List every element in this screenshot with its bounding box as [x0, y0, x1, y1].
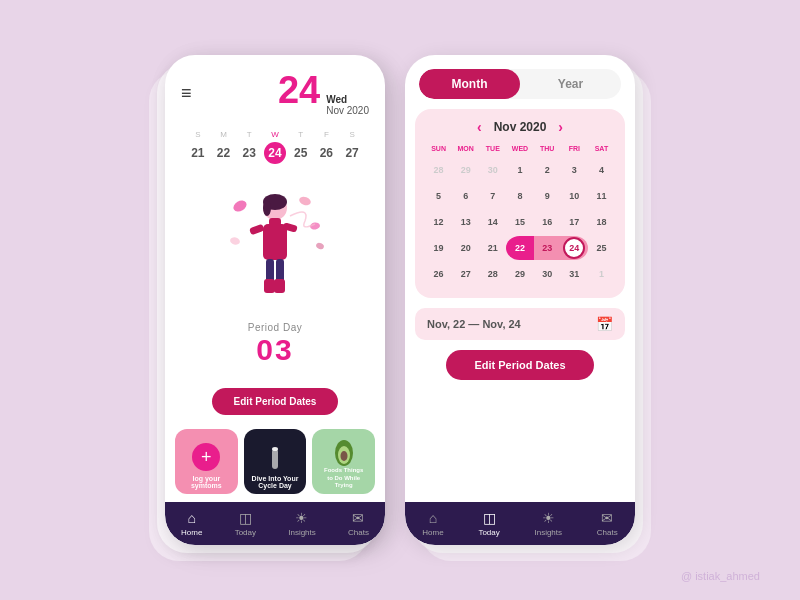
next-month-arrow[interactable]: › — [558, 119, 563, 135]
cal-cell[interactable]: 16 — [534, 210, 561, 234]
cal-cell[interactable]: 1 — [588, 262, 615, 286]
nav-today-left[interactable]: ◫ Today — [235, 510, 256, 537]
cal-cell[interactable]: 13 — [452, 210, 479, 234]
week-day-sun[interactable]: S 21 — [187, 130, 209, 164]
svg-point-1 — [298, 195, 312, 207]
cal-cell[interactable]: 5 — [425, 184, 452, 208]
cal-cell[interactable]: 11 — [588, 184, 615, 208]
svg-point-0 — [231, 198, 248, 214]
calendar-month-label: Nov 2020 — [494, 120, 547, 134]
cal-cell-range-end[interactable]: 24 — [561, 236, 588, 260]
hamburger-icon[interactable]: ≡ — [181, 83, 192, 104]
year-toggle-button[interactable]: Year — [520, 69, 621, 99]
period-day-label: Period Day — [248, 322, 302, 333]
chats-icon: ✉ — [352, 510, 364, 526]
cal-cell[interactable]: 9 — [534, 184, 561, 208]
today-icon: ◫ — [239, 510, 252, 526]
cal-cell[interactable]: 30 — [479, 158, 506, 182]
nav-home-left[interactable]: ⌂ Home — [181, 510, 202, 537]
date-range-bar: Nov, 22 — Nov, 24 📅 — [415, 308, 625, 340]
foods-card[interactable]: Foods Thingsto Do WhileTrying — [312, 429, 375, 494]
date-display: 24 Wed Nov 2020 — [278, 71, 369, 116]
col-fri: FRI — [561, 143, 588, 154]
nav-insights-label: Insights — [288, 528, 316, 537]
cal-cell[interactable]: 10 — [561, 184, 588, 208]
nav-chats-label-right: Chats — [597, 528, 618, 537]
svg-rect-15 — [274, 279, 285, 293]
cal-cell[interactable]: 14 — [479, 210, 506, 234]
right-phone: Month Year ‹ Nov 2020 › SUN MON TUE WED … — [405, 55, 635, 545]
illustration-area: Period Day 03 — [165, 170, 385, 382]
nav-insights-left[interactable]: ☀ Insights — [288, 510, 316, 537]
cal-cell[interactable]: 1 — [506, 158, 533, 182]
date-range-label: Nov, 22 — Nov, 24 — [427, 318, 521, 330]
log-symptoms-card[interactable]: + log yoursymtoms — [175, 429, 238, 494]
cycle-icon — [265, 445, 285, 475]
cal-cell[interactable]: 28 — [479, 262, 506, 286]
left-phone: ≡ 24 Wed Nov 2020 S 21 M 22 — [165, 55, 385, 545]
cal-cell[interactable]: 17 — [561, 210, 588, 234]
week-day-fri[interactable]: F 26 — [315, 130, 337, 164]
edit-period-dates-button-left[interactable]: Edit Period Dates — [212, 388, 339, 415]
col-wed: WED — [506, 143, 533, 154]
cal-cell[interactable]: 27 — [452, 262, 479, 286]
period-day-number: 03 — [248, 333, 302, 367]
prev-month-arrow[interactable]: ‹ — [477, 119, 482, 135]
col-sat: SAT — [588, 143, 615, 154]
week-day-thu[interactable]: T 25 — [290, 130, 312, 164]
day-number: 24 — [278, 71, 320, 109]
cal-cell[interactable]: 20 — [452, 236, 479, 260]
cal-cell[interactable]: 31 — [561, 262, 588, 286]
week-day-mon[interactable]: M 22 — [213, 130, 235, 164]
cal-cell[interactable]: 29 — [452, 158, 479, 182]
cycle-day-card[interactable]: Dive Into YourCycle Day — [244, 429, 307, 494]
cal-cell[interactable]: 12 — [425, 210, 452, 234]
cal-cell-highlighted[interactable]: 23 — [534, 236, 561, 260]
cal-cell[interactable]: 19 — [425, 236, 452, 260]
cal-cell[interactable]: 29 — [506, 262, 533, 286]
phone-header: ≡ 24 Wed Nov 2020 — [165, 55, 385, 124]
nav-chats-right[interactable]: ✉ Chats — [597, 510, 618, 537]
today-icon-right: ◫ — [483, 510, 496, 526]
nav-home-label: Home — [181, 528, 202, 537]
svg-point-17 — [272, 447, 278, 451]
cal-cell[interactable]: 26 — [425, 262, 452, 286]
home-icon: ⌂ — [188, 510, 196, 526]
nav-home-label-right: Home — [422, 528, 443, 537]
nav-chats-left[interactable]: ✉ Chats — [348, 510, 369, 537]
log-symptoms-label: log yoursymtoms — [191, 475, 222, 489]
nav-today-right[interactable]: ◫ Today — [478, 510, 499, 537]
week-day-tue[interactable]: T 23 — [238, 130, 260, 164]
cal-cell[interactable]: 30 — [534, 262, 561, 286]
calendar-icon[interactable]: 📅 — [596, 316, 613, 332]
nav-home-right[interactable]: ⌂ Home — [422, 510, 443, 537]
calendar-row-5: 26 27 28 29 30 31 1 — [425, 262, 615, 286]
calendar-header-row: SUN MON TUE WED THU FRI SAT — [425, 143, 615, 154]
cal-cell[interactable]: 2 — [534, 158, 561, 182]
cal-cell[interactable]: 6 — [452, 184, 479, 208]
cal-cell-range-start[interactable]: 22 — [506, 236, 533, 260]
col-tue: TUE — [479, 143, 506, 154]
cal-cell[interactable]: 25 — [588, 236, 615, 260]
cal-cell[interactable]: 28 — [425, 158, 452, 182]
col-mon: MON — [452, 143, 479, 154]
avocado-icon — [333, 437, 355, 467]
cal-cell[interactable]: 15 — [506, 210, 533, 234]
cal-cell[interactable]: 18 — [588, 210, 615, 234]
month-toggle-button[interactable]: Month — [419, 69, 520, 99]
nav-insights-right[interactable]: ☀ Insights — [534, 510, 562, 537]
plus-icon: + — [192, 443, 220, 471]
week-day-sat[interactable]: S 27 — [341, 130, 363, 164]
cal-cell[interactable]: 8 — [506, 184, 533, 208]
calendar-nav: ‹ Nov 2020 › — [425, 119, 615, 135]
cal-cell[interactable]: 4 — [588, 158, 615, 182]
nav-today-label: Today — [235, 528, 256, 537]
cal-cell[interactable]: 21 — [479, 236, 506, 260]
bottom-nav-left: ⌂ Home ◫ Today ☀ Insights ✉ Chats — [165, 502, 385, 545]
nav-today-label-right: Today — [478, 528, 499, 537]
cal-cell[interactable]: 7 — [479, 184, 506, 208]
svg-rect-10 — [249, 223, 265, 234]
cal-cell[interactable]: 3 — [561, 158, 588, 182]
week-day-wed-active[interactable]: W 24 — [264, 130, 286, 164]
edit-period-dates-button-right[interactable]: Edit Period Dates — [446, 350, 593, 380]
